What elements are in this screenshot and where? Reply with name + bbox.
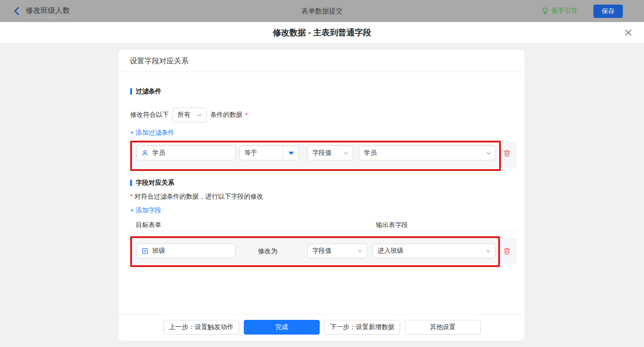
mapping-note: * 对符合过滤条件的数据，进行以下字段的修改: [130, 193, 263, 201]
mapping-target-field-input[interactable]: 班级: [136, 244, 236, 258]
select-field-icon: [141, 247, 149, 255]
column-header-output: 输出表字段: [376, 221, 408, 229]
chevron-down-icon: [486, 151, 491, 156]
mapping-section-label: 字段对应关系: [136, 179, 174, 187]
chevron-down-icon: [486, 249, 491, 254]
done-button[interactable]: 完成: [244, 320, 320, 335]
modal-header: 修改数据 - 主表到普通字段: [0, 22, 644, 44]
mapping-value-type-select[interactable]: 字段值: [307, 244, 367, 258]
column-header-divider: [130, 231, 517, 231]
close-icon[interactable]: [624, 28, 633, 37]
add-filter-link[interactable]: + 添加过滤条件: [130, 129, 174, 137]
mapping-note-text: 对符合过滤条件的数据，进行以下字段的修改: [134, 193, 263, 200]
lightbulb-icon: [541, 7, 549, 15]
filter-section-label: 过滤条件: [136, 87, 161, 96]
filter-field-value: 学员: [152, 149, 165, 157]
required-mark: *: [130, 193, 132, 200]
triangle-down-icon: [288, 152, 294, 155]
match-mode-value: 所有: [178, 111, 190, 119]
match-mode-select[interactable]: 所有: [172, 108, 207, 122]
section-bar: [130, 88, 132, 95]
beginner-guide-label: 新手引导: [552, 7, 577, 15]
field-mapping-panel: 设置字段对应关系 过滤条件 修改符合以下 所有 条件的数据 * + 添加过滤条件…: [119, 50, 524, 341]
match-prefix: 修改符合以下: [130, 111, 169, 119]
filter-match-line: 修改符合以下 所有 条件的数据 *: [130, 108, 247, 122]
filter-value-type-select[interactable]: 字段值: [307, 146, 353, 160]
match-suffix: 条件的数据: [210, 111, 242, 119]
beginner-guide-link[interactable]: 新手引导: [541, 7, 577, 15]
next-step-button[interactable]: 下一步：设置新增数据: [324, 320, 400, 335]
top-bar: 修改班级人数 表单数据提交 新手引导 保存: [0, 0, 644, 22]
add-field-link[interactable]: + 添加字段: [130, 206, 161, 215]
filter-section-title: 过滤条件: [130, 87, 161, 96]
mapping-section-title: 字段对应关系: [130, 179, 174, 187]
other-settings-button[interactable]: 其他设置: [405, 320, 481, 335]
mapping-value-type-value: 字段值: [312, 247, 332, 255]
save-button[interactable]: 保存: [593, 5, 623, 18]
delete-filter-row-icon[interactable]: [503, 149, 511, 157]
user-field-icon: [141, 149, 149, 157]
modify-to-label: 修改为: [258, 244, 277, 258]
operator-dropdown-segment[interactable]: [283, 146, 299, 160]
modal-title: 修改数据 - 主表到普通字段: [0, 22, 644, 43]
mapping-value-select[interactable]: 进入班级: [373, 244, 495, 258]
filter-value-select[interactable]: 学员: [359, 146, 496, 160]
required-mark: *: [245, 111, 247, 119]
chevron-down-icon: [344, 151, 349, 156]
filter-operator-select[interactable]: 等于: [239, 146, 299, 160]
column-header-target: 目标表单: [136, 221, 161, 229]
delete-mapping-row-icon[interactable]: [503, 247, 511, 255]
section-bar: [130, 180, 132, 186]
filter-operator-value: 等于: [244, 149, 257, 157]
panel-header: 设置字段对应关系: [119, 50, 524, 72]
mapping-value-value: 进入班级: [378, 247, 403, 255]
mapping-target-field-value: 班级: [152, 247, 165, 255]
prev-step-button[interactable]: 上一步：设置触发动作: [163, 320, 239, 335]
chevron-down-icon: [357, 249, 362, 254]
chevron-down-icon: [197, 113, 202, 118]
filter-field-input[interactable]: 学员: [136, 146, 236, 160]
filter-value-value: 学员: [364, 149, 377, 157]
filter-value-type-value: 字段值: [312, 149, 332, 157]
